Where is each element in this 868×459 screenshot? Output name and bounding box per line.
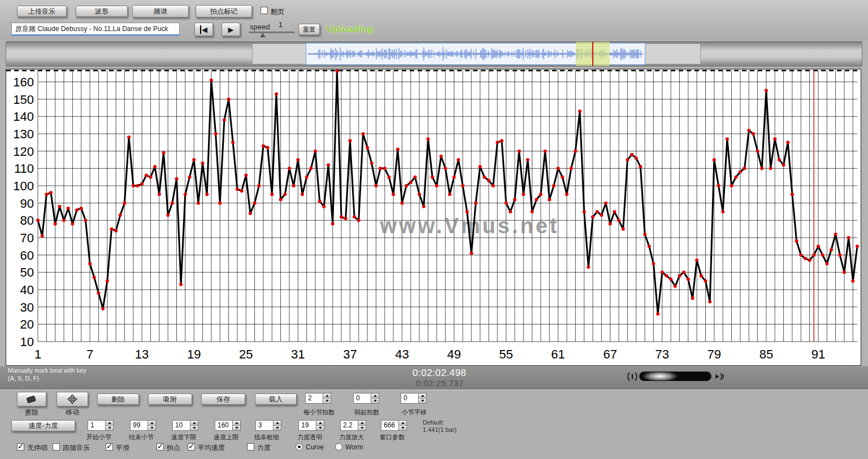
- end-bar-value[interactable]: 99: [130, 420, 148, 431]
- spectrum-button[interactable]: 频谱: [132, 5, 189, 18]
- overview-strip: [6, 41, 862, 67]
- tempo-min-value[interactable]: 10: [172, 420, 190, 431]
- pickup-beats-value[interactable]: 0: [353, 393, 371, 404]
- smooth-checkbox[interactable]: [106, 443, 113, 451]
- dynamics-label: 力度: [257, 443, 271, 453]
- speaker-icon: [713, 370, 726, 383]
- speed-slider-track[interactable]: [249, 32, 295, 33]
- upload-music-button[interactable]: 上传音乐: [17, 6, 67, 17]
- beat-points-checkbox[interactable]: [157, 443, 164, 451]
- speed-value: 1: [279, 20, 283, 29]
- svg-text:7: 7: [86, 347, 93, 361]
- waveform-overview[interactable]: [252, 42, 701, 66]
- erase-tool-button[interactable]: [17, 392, 46, 406]
- line-width-spinner[interactable]: 3: [255, 420, 281, 431]
- load-button[interactable]: 载入: [255, 394, 297, 405]
- svg-text:31: 31: [291, 347, 305, 361]
- bar-shift-spinner[interactable]: 0: [401, 393, 427, 404]
- line-width-value[interactable]: 3: [255, 420, 274, 431]
- svg-text:37: 37: [343, 347, 357, 361]
- tempo-min-label: 速度下限: [171, 433, 196, 441]
- beats-per-bar-spinner[interactable]: 2: [305, 393, 331, 404]
- svg-text:20: 20: [20, 317, 34, 331]
- volume-slider[interactable]: [639, 371, 711, 381]
- tempo-chart[interactable]: 1020304050607080901001101201301401501601…: [6, 69, 861, 365]
- chevron-up-icon[interactable]: [371, 394, 379, 398]
- follow-music-checkbox[interactable]: [53, 443, 60, 451]
- avg-tempo-checkbox[interactable]: [188, 443, 195, 451]
- beat-marks-button[interactable]: 拍点标记: [196, 5, 252, 18]
- tempo-dynamics-button[interactable]: 速度-力度: [11, 420, 75, 431]
- svg-text:85: 85: [760, 347, 773, 361]
- curve-radio[interactable]: [296, 443, 303, 451]
- chevron-down-icon[interactable]: [358, 425, 366, 430]
- tempo-max-spinner[interactable]: 160: [215, 420, 241, 431]
- no-accomp-label: 无伴唱: [27, 443, 47, 453]
- start-bar-spinner[interactable]: 1: [88, 420, 114, 431]
- track-title-input[interactable]: [11, 23, 180, 36]
- snap-button[interactable]: 吸附: [148, 394, 192, 405]
- beats-per-bar-value[interactable]: 2: [305, 393, 323, 404]
- dyn-scale-value[interactable]: 2.2: [340, 420, 358, 431]
- tempo-max-value[interactable]: 160: [215, 420, 233, 431]
- chevron-down-icon[interactable]: [399, 425, 406, 430]
- chevron-up-icon[interactable]: [274, 421, 281, 425]
- chevron-down-icon[interactable]: [148, 425, 155, 430]
- chevron-down-icon[interactable]: [106, 425, 113, 430]
- chevron-up-icon[interactable]: [190, 421, 198, 425]
- pickup-beats-spinner[interactable]: 0: [353, 393, 379, 404]
- svg-text:100: 100: [13, 179, 34, 193]
- save-button[interactable]: 保存: [201, 394, 245, 405]
- metronome-volume-icon[interactable]: [626, 370, 639, 383]
- chevron-up-icon[interactable]: [316, 421, 324, 425]
- upload-status-text: Uploading: [327, 24, 374, 35]
- chevron-up-icon[interactable]: [358, 421, 366, 425]
- chevron-up-icon[interactable]: [419, 394, 426, 398]
- tempo-min-spinner[interactable]: 10: [172, 420, 198, 431]
- chevron-down-icon[interactable]: [233, 425, 240, 430]
- chevron-up-icon[interactable]: [148, 421, 155, 425]
- worm-radio[interactable]: [335, 443, 342, 451]
- dynamics-checkbox[interactable]: [247, 443, 254, 451]
- chevron-up-icon[interactable]: [106, 421, 113, 425]
- chevron-down-icon[interactable]: [190, 425, 198, 430]
- page-flip-checkbox[interactable]: [261, 7, 268, 14]
- prev-button[interactable]: ◀: [194, 23, 213, 36]
- play-button[interactable]: ▶: [222, 23, 240, 36]
- speaker-icon-button[interactable]: [713, 370, 726, 383]
- chevron-up-icon[interactable]: [233, 421, 240, 425]
- beat-points-label: 拍点: [167, 443, 180, 453]
- move-tool-button[interactable]: [57, 392, 88, 406]
- svg-text:70: 70: [20, 231, 34, 245]
- window-param-spinner[interactable]: 666: [381, 420, 407, 431]
- end-bar-spinner[interactable]: 99: [130, 420, 156, 431]
- waveform-button[interactable]: 波形: [76, 6, 128, 17]
- start-bar-label: 开始小节: [86, 433, 111, 441]
- speed-slider-thumb[interactable]: [260, 33, 266, 37]
- dyn-scale-spinner[interactable]: 2.2: [340, 420, 366, 431]
- dyn-alpha-value[interactable]: 19: [298, 420, 316, 431]
- reset-button[interactable]: 重置: [298, 24, 320, 35]
- svg-text:43: 43: [395, 347, 409, 361]
- beats-per-bar-label: 每小节拍数: [303, 408, 335, 417]
- chevron-down-icon[interactable]: [419, 398, 426, 403]
- time-total: 0:02:25.737: [416, 378, 464, 388]
- delete-button[interactable]: 删除: [97, 394, 139, 405]
- svg-text:150: 150: [13, 93, 34, 107]
- chevron-down-icon[interactable]: [371, 398, 379, 403]
- bar-shift-value[interactable]: 0: [401, 393, 419, 404]
- chevron-down-icon[interactable]: [316, 425, 324, 430]
- end-bar-label: 结束小节: [129, 433, 154, 441]
- window-param-value[interactable]: 666: [381, 420, 399, 431]
- svg-text:120: 120: [13, 145, 34, 159]
- chevron-down-icon[interactable]: [274, 425, 281, 430]
- hint-line1: Manually mark beat with key: [8, 367, 86, 374]
- speed-label: speed: [250, 23, 270, 31]
- chevron-up-icon[interactable]: [399, 421, 406, 425]
- no-accomp-checkbox[interactable]: [17, 443, 24, 451]
- chevron-up-icon[interactable]: [323, 394, 331, 398]
- worm-radio-label: Worm: [345, 443, 363, 451]
- dyn-alpha-spinner[interactable]: 19: [298, 420, 324, 431]
- start-bar-value[interactable]: 1: [88, 420, 106, 431]
- chevron-down-icon[interactable]: [323, 398, 331, 403]
